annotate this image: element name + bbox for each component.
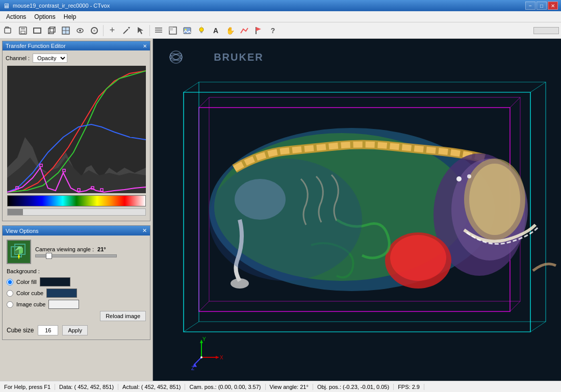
app-icon: 🖥 [3, 2, 10, 10]
tf-channel-row: Channel : Opacity Red Green Blue [6, 54, 147, 63]
status-bar: For Help, press F1 Data: ( 452, 452, 851… [0, 381, 561, 392]
color-bar [7, 195, 146, 206]
tf-editor-close[interactable]: ✕ [143, 43, 147, 49]
status-data: Data: ( 452, 452, 851) [55, 384, 118, 390]
view-options-close[interactable]: ✕ [142, 227, 147, 234]
color-cube-label: Color cube [16, 290, 43, 296]
svg-point-71 [209, 159, 362, 281]
vo-camera-row: Camera viewing angle : 21° [7, 240, 146, 264]
menu-bar: Actions Options Help [0, 11, 561, 22]
view-options-body: Camera viewing angle : 21° Background : … [3, 236, 150, 339]
toolbar-sep1 [103, 25, 104, 36]
toolbar-flag[interactable] [252, 24, 265, 37]
vo-bottom-row: Cube size Apply [7, 325, 146, 335]
vo-bg-label: Background : [7, 268, 146, 274]
color-fill-row: Color fill [7, 277, 146, 286]
svg-point-27 [199, 28, 203, 32]
toolbar: + A ✋ ? [0, 22, 561, 39]
color-fill-swatch[interactable] [40, 277, 70, 286]
status-objpos: Obj. pos.: (-0.23, -0.01, 0.05) [313, 384, 394, 390]
vo-slider-thumb [46, 253, 52, 259]
svg-rect-3 [21, 31, 25, 34]
tf-curves-svg [7, 66, 146, 193]
reload-image-button[interactable]: Reload image [100, 311, 146, 321]
svg-marker-39 [18, 256, 20, 259]
toolbar-cube[interactable] [45, 24, 58, 37]
toolbar-img[interactable] [181, 24, 194, 37]
view-options-panel: View Options ✕ [2, 225, 150, 340]
preview-svg [9, 242, 29, 262]
maximize-button[interactable]: □ [537, 2, 547, 10]
toolbar-help[interactable]: ? [266, 24, 279, 37]
bruker-logo: BRUKER [168, 47, 264, 67]
close-button[interactable]: ✕ [548, 2, 558, 10]
status-campos: Cam. pos.: (0.00, 0.00, 3.57) [185, 384, 265, 390]
minimize-button[interactable]: − [525, 2, 536, 10]
svg-point-73 [456, 176, 462, 181]
svg-point-70 [231, 278, 249, 289]
toolbar-rect[interactable] [31, 24, 44, 37]
color-cube-radio[interactable] [7, 290, 13, 297]
image-cube-swatch[interactable] [48, 300, 79, 309]
toolbar-save[interactable] [16, 24, 30, 37]
menu-help[interactable]: Help [60, 12, 81, 21]
main-area: Transfer Function Editor ✕ Channel : Opa… [0, 39, 561, 381]
toolbar-plus[interactable]: + [106, 24, 119, 37]
svg-line-17 [123, 29, 128, 34]
color-bar-scroll[interactable] [7, 208, 146, 216]
toolbar-bulb[interactable] [195, 24, 208, 37]
ct-render-svg: Y X Z [158, 67, 561, 373]
svg-text:X: X [220, 355, 223, 360]
toolbar-sep2 [149, 25, 150, 36]
status-actual: Actual: ( 452, 452, 851) [118, 384, 185, 390]
vo-camera-section: Camera viewing angle : 21° [35, 246, 117, 257]
cp2[interactable] [40, 164, 42, 167]
viewport[interactable]: BRUKER [153, 39, 561, 381]
toolbar-open[interactable] [2, 24, 15, 37]
svg-text:Z: Z [191, 365, 194, 371]
vo-camera-slider[interactable] [35, 254, 117, 257]
toolbar-scrollbar[interactable] [533, 27, 559, 34]
toolbar-grid1[interactable] [166, 24, 180, 37]
toolbar-eye[interactable] [73, 24, 87, 37]
vo-camera-angle: 21° [97, 246, 106, 252]
cube-size-input[interactable] [38, 325, 58, 335]
svg-rect-2 [21, 27, 25, 30]
svg-marker-18 [128, 27, 130, 29]
toolbar-wand[interactable] [120, 24, 133, 37]
toolbar-slice[interactable] [59, 24, 72, 37]
image-cube-radio[interactable] [7, 301, 13, 308]
tf-canvas[interactable] [7, 66, 146, 193]
tf-editor-header: Transfer Function Editor ✕ [3, 41, 150, 50]
svg-point-72 [235, 179, 286, 220]
toolbar-cursor[interactable] [134, 24, 147, 37]
image-cube-label: Image cube [16, 301, 45, 307]
toolbar-text-a[interactable]: A [209, 24, 222, 37]
menu-actions[interactable]: Actions [2, 12, 30, 21]
tf-editor-body: Channel : Opacity Red Green Blue [3, 50, 150, 221]
toolbar-ring[interactable] [88, 24, 101, 37]
color-fill-label: Color fill [16, 279, 37, 285]
toolbar-transfer[interactable] [238, 24, 251, 37]
svg-marker-19 [138, 27, 143, 34]
toolbar-hand[interactable]: ✋ [223, 24, 237, 37]
image-cube-row: Image cube [7, 300, 146, 309]
vo-preview-box [7, 240, 31, 264]
svg-point-84 [200, 356, 202, 358]
view-options-title: View Options [6, 228, 39, 234]
svg-point-67 [469, 164, 520, 235]
svg-point-74 [467, 174, 471, 178]
tf-channel-label: Channel : [6, 55, 30, 61]
svg-rect-4 [34, 28, 41, 33]
menu-options[interactable]: Options [30, 12, 59, 21]
color-cube-swatch[interactable] [46, 289, 77, 298]
apply-button[interactable]: Apply [62, 325, 88, 335]
svg-rect-24 [169, 27, 173, 31]
cube-size-label: Cube size [7, 327, 34, 334]
view-options-header: View Options ✕ [3, 226, 150, 236]
tf-channel-select[interactable]: Opacity Red Green Blue [33, 54, 67, 63]
color-fill-radio[interactable] [7, 279, 13, 285]
transfer-function-editor: Transfer Function Editor ✕ Channel : Opa… [2, 41, 150, 221]
svg-rect-25 [184, 28, 191, 34]
toolbar-list[interactable] [152, 24, 165, 37]
